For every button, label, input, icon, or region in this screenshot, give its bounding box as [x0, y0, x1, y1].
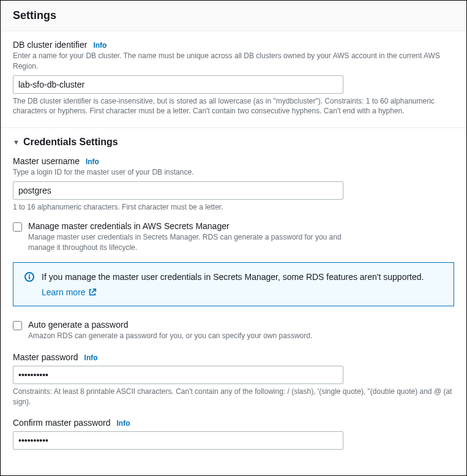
divider: [1, 127, 466, 128]
master-username-field: Master username Info Type a login ID for…: [13, 156, 454, 213]
db-cluster-id-input[interactable]: [13, 75, 343, 94]
credentials-section-toggle[interactable]: ▼ Credentials Settings: [13, 137, 454, 148]
confirm-password-label: Confirm master password: [13, 418, 111, 428]
panel-title: Settings: [13, 9, 454, 22]
learn-more-label: Learn more: [42, 287, 86, 297]
db-cluster-id-info-link[interactable]: Info: [93, 41, 106, 50]
svg-rect-2: [29, 274, 30, 276]
auto-generate-checkbox-row: Auto generate a password Amazon RDS can …: [13, 320, 454, 341]
panel-header: Settings: [1, 1, 466, 31]
master-username-info-link[interactable]: Info: [86, 157, 99, 166]
master-password-label: Master password: [13, 352, 78, 362]
auto-generate-desc: Amazon RDS can generate a password for y…: [28, 331, 312, 341]
settings-panel: Settings DB cluster identifier Info Ente…: [0, 0, 467, 476]
master-password-help: Constraints: At least 8 printable ASCII …: [13, 387, 454, 407]
auto-generate-label: Auto generate a password: [28, 320, 312, 330]
secrets-manager-checkbox-row: Manage master credentials in AWS Secrets…: [13, 221, 454, 253]
master-username-desc: Type a login ID for the master user of y…: [13, 167, 454, 178]
master-username-label: Master username: [13, 156, 80, 166]
credentials-heading: Credentials Settings: [23, 137, 118, 148]
confirm-password-input[interactable]: [13, 431, 343, 450]
info-icon: [24, 272, 34, 284]
secrets-manager-label: Manage master credentials in AWS Secrets…: [28, 221, 365, 231]
learn-more-link[interactable]: Learn more: [42, 287, 97, 297]
master-password-info-link[interactable]: Info: [84, 353, 98, 362]
auto-generate-checkbox[interactable]: [13, 321, 22, 330]
db-cluster-id-label: DB cluster identifier: [13, 40, 87, 50]
master-username-input[interactable]: [13, 181, 343, 200]
caret-down-icon: ▼: [13, 138, 20, 146]
info-box-text: If you manage the master user credential…: [42, 271, 424, 284]
confirm-password-field: Confirm master password Info: [13, 418, 454, 450]
credentials-section-body: Master username Info Type a login ID for…: [13, 156, 454, 450]
master-password-field: Master password Info Constraints: At lea…: [13, 352, 454, 407]
db-cluster-id-field: DB cluster identifier Info Enter a name …: [13, 40, 454, 116]
db-cluster-id-help: The DB cluster identifier is case-insens…: [13, 96, 454, 117]
master-password-input[interactable]: [13, 366, 343, 384]
secrets-manager-checkbox[interactable]: [13, 222, 22, 232]
panel-body: DB cluster identifier Info Enter a name …: [1, 31, 466, 462]
secrets-manager-info-box: If you manage the master user credential…: [13, 262, 454, 306]
secrets-manager-desc: Manage master user credentials in Secret…: [28, 232, 365, 253]
db-cluster-id-desc: Enter a name for your DB cluster. The na…: [13, 51, 454, 72]
master-username-help: 1 to 16 alphanumeric characters. First c…: [13, 202, 454, 213]
confirm-password-info-link[interactable]: Info: [117, 419, 130, 428]
external-link-icon: [88, 288, 97, 297]
svg-rect-1: [29, 276, 30, 279]
